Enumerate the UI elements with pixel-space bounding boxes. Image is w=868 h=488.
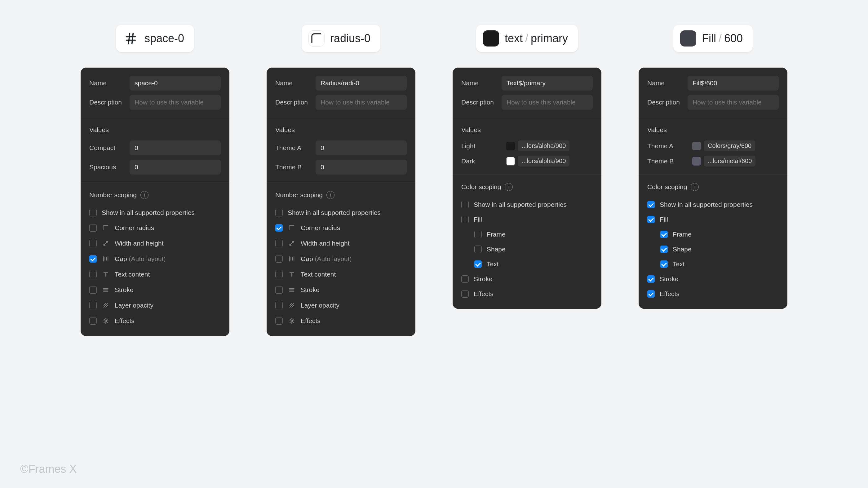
description-input[interactable] <box>130 95 221 110</box>
scope-corner[interactable]: Corner radius <box>89 221 221 235</box>
scope-effects[interactable]: Effects <box>461 287 593 301</box>
wh-checkbox[interactable] <box>89 240 97 247</box>
gap-checkbox[interactable] <box>275 255 283 263</box>
scope-gap[interactable]: Gap (Auto layout) <box>89 252 221 266</box>
value-input[interactable] <box>130 160 221 175</box>
radius-icon <box>308 30 324 47</box>
scope-tc[interactable]: Text content <box>89 267 221 281</box>
shape-checkbox[interactable] <box>660 246 668 253</box>
tc-label: Text content <box>301 271 336 278</box>
scope-opacity[interactable]: Layer opacity <box>89 298 221 312</box>
scope-effects[interactable]: Effects <box>275 314 407 328</box>
name-input[interactable] <box>130 75 221 91</box>
scope-shape[interactable]: Shape <box>461 242 593 256</box>
value-swatch[interactable] <box>692 157 701 165</box>
scope-gap[interactable]: Gap (Auto layout) <box>275 252 407 266</box>
opacity-checkbox[interactable] <box>275 302 283 309</box>
corner-checkbox[interactable] <box>275 224 283 232</box>
scope-effects[interactable]: Effects <box>89 314 221 328</box>
show-all-checkbox[interactable] <box>647 201 655 208</box>
scope-fill[interactable]: Fill <box>461 213 593 226</box>
description-input[interactable] <box>688 95 779 110</box>
tc-checkbox[interactable] <box>275 271 283 278</box>
stroke-checkbox[interactable] <box>275 286 283 294</box>
scope-show-all[interactable]: Show in all supported properties <box>275 206 407 219</box>
scope-tc[interactable]: Text content <box>275 267 407 281</box>
scope-text[interactable]: Text <box>461 257 593 271</box>
stroke-icon <box>102 286 110 294</box>
opacity-checkbox[interactable] <box>89 302 97 309</box>
value-row: Spacious <box>89 160 221 175</box>
text-checkbox[interactable] <box>660 261 668 268</box>
info-icon[interactable]: i <box>505 183 513 191</box>
frame-checkbox[interactable] <box>474 231 482 238</box>
description-input[interactable] <box>502 95 593 110</box>
info-icon[interactable]: i <box>141 191 149 199</box>
name-input[interactable] <box>502 75 593 91</box>
value-chip[interactable]: ...lors/alpha/900 <box>518 156 569 166</box>
stroke-checkbox[interactable] <box>461 275 469 283</box>
value-input[interactable] <box>130 141 221 155</box>
text-checkbox[interactable] <box>474 261 482 268</box>
scope-shape[interactable]: Shape <box>647 242 779 256</box>
description-label: Description <box>275 99 316 106</box>
value-mode-label: Theme B <box>647 157 692 165</box>
shape-checkbox[interactable] <box>474 246 482 253</box>
scope-stroke[interactable]: Stroke <box>461 272 593 286</box>
scope-wh[interactable]: Width and height <box>89 236 221 250</box>
name-input[interactable] <box>316 75 407 91</box>
tc-icon <box>288 270 296 278</box>
scope-show-all[interactable]: Show in all supported properties <box>461 198 593 211</box>
scope-corner[interactable]: Corner radius <box>275 221 407 235</box>
scope-effects[interactable]: Effects <box>647 287 779 301</box>
effects-checkbox[interactable] <box>275 317 283 325</box>
svg-line-35 <box>290 304 292 305</box>
wh-checkbox[interactable] <box>275 240 283 247</box>
effects-checkbox[interactable] <box>647 290 655 298</box>
name-input[interactable] <box>688 75 779 91</box>
value-chip[interactable]: ...lors/alpha/900 <box>518 141 569 151</box>
header-text: space-0 <box>145 32 184 45</box>
value-chip[interactable]: Colors/gray/600 <box>704 141 755 151</box>
value-swatch[interactable] <box>692 142 701 150</box>
scope-frame[interactable]: Frame <box>461 227 593 241</box>
value-input[interactable] <box>316 141 407 155</box>
stroke-checkbox[interactable] <box>647 275 655 283</box>
description-input[interactable] <box>316 95 407 110</box>
value-row: Theme B <box>275 160 407 175</box>
fill-checkbox[interactable] <box>647 216 655 223</box>
values-section: ValuesTheme AColors/gray/600Theme B...lo… <box>639 118 787 175</box>
scope-stroke[interactable]: Stroke <box>275 283 407 297</box>
scope-wh[interactable]: Width and height <box>275 236 407 250</box>
scope-show-all[interactable]: Show in all supported properties <box>89 206 221 219</box>
value-chip[interactable]: ...lors/metal/600 <box>704 156 755 166</box>
info-icon[interactable]: i <box>691 183 699 191</box>
tc-checkbox[interactable] <box>89 271 97 278</box>
value-input[interactable] <box>316 160 407 175</box>
scope-frame[interactable]: Frame <box>647 227 779 241</box>
value-swatch[interactable] <box>506 142 515 150</box>
stroke-checkbox[interactable] <box>89 286 97 294</box>
effects-checkbox[interactable] <box>89 317 97 325</box>
show-all-checkbox[interactable] <box>461 201 469 208</box>
variable-panel: NameDescriptionValuesTheme AColors/gray/… <box>639 68 787 309</box>
values-title: Values <box>461 126 593 133</box>
scope-show-all[interactable]: Show in all supported properties <box>647 198 779 211</box>
effects-checkbox[interactable] <box>461 290 469 298</box>
fill-checkbox[interactable] <box>461 216 469 223</box>
color-scoping-section: Color scopingiShow in all supported prop… <box>639 175 787 309</box>
show-all-checkbox[interactable] <box>275 209 283 216</box>
frame-checkbox[interactable] <box>660 231 668 238</box>
corner-checkbox[interactable] <box>89 224 97 232</box>
scope-stroke[interactable]: Stroke <box>647 272 779 286</box>
gap-checkbox[interactable] <box>89 255 97 263</box>
scope-fill[interactable]: Fill <box>647 213 779 226</box>
scope-opacity[interactable]: Layer opacity <box>275 298 407 312</box>
scope-stroke[interactable]: Stroke <box>89 283 221 297</box>
name-label: Name <box>461 80 502 87</box>
value-swatch[interactable] <box>506 157 515 165</box>
info-icon[interactable]: i <box>327 191 335 199</box>
scope-text[interactable]: Text <box>647 257 779 271</box>
variable-header-pill: space-0 <box>116 25 194 52</box>
show-all-checkbox[interactable] <box>89 209 97 216</box>
